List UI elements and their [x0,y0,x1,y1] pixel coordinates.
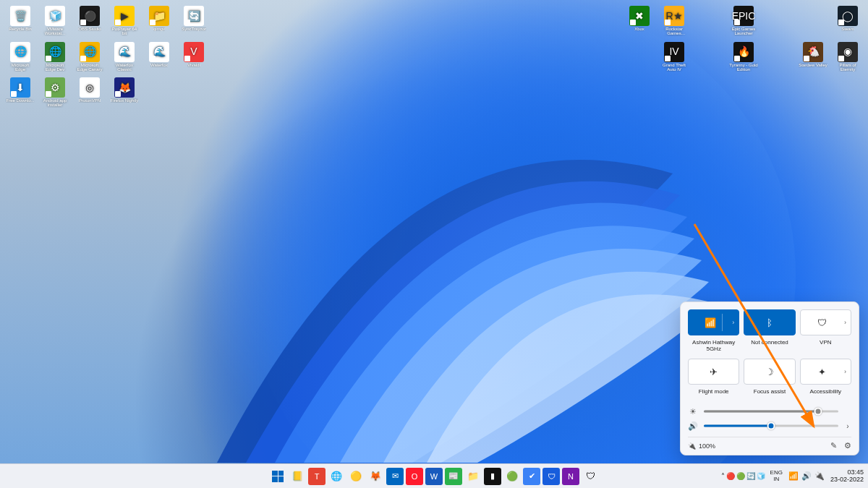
desktop-icon[interactable]: ◯Steam [833,6,862,36]
taskbar-item-start[interactable] [269,468,286,485]
taskbar-item-feedly[interactable]: 📰 [445,468,462,485]
desktop-icon[interactable]: 🌊Waterfox Classic [110,42,139,72]
desktop-icon[interactable]: 🔥Tyranny - Gold Edition [729,42,758,72]
desktop-icon[interactable]: ⚙Android app installer [41,77,69,108]
icon-label: Vivaldi [187,63,200,67]
icon-label: Xbox [634,27,644,31]
desktop-icon[interactable]: 🦊Firefox Nightly [110,77,139,108]
qs-tile-focus-assist[interactable]: ☽ [744,359,795,385]
taskbar-item-opera[interactable]: O [406,468,423,485]
taskbar-item-firefox[interactable]: 🦊 [367,468,384,485]
qs-label: VPN [800,340,851,353]
qs-label: Ashwin Hathway 5GHz [688,340,739,353]
app-icon: ◯ [838,6,858,26]
desktop-icon[interactable]: ⚫OBS Studio [75,6,104,36]
taskbar-item-notepad[interactable]: 📒 [289,468,306,485]
taskbar-item-explorer[interactable]: 📁 [464,468,482,485]
taskbar-item-mail[interactable]: ✉ [386,468,404,485]
desktop-icon[interactable]: 🔄SyncTrayzor [179,6,208,36]
brightness-slider-row: ☀ › [688,406,851,416]
qs-label: Accessibility [800,389,851,401]
taskbar-item-todo[interactable]: ✔ [523,468,540,485]
volume-icon: 🔊 [688,421,698,431]
icon-label: SyncTrayzor [182,27,205,31]
qs-tile-bluetooth[interactable]: ᛒ [744,309,795,335]
chevron-right-icon[interactable]: › [844,319,846,326]
accessibility-icon: ✦ [818,367,826,377]
tray-volume-icon[interactable]: 🔊 [801,471,812,480]
taskbar-item-cmd[interactable]: ▮ [484,468,501,485]
desktop-icon[interactable]: 🌐Microsoft Edge Canary [75,42,104,72]
icon-label: Epic Games Launcher [729,27,758,36]
app-icon: 🌊 [149,42,169,62]
tray-red-icon[interactable]: 🔴 [726,472,735,480]
icon-label: Waterfox [150,63,168,67]
icon-label: Waterfox Classic [110,63,139,72]
qs-tile-wifi[interactable]: 📶› [688,309,739,335]
app-icon: ▶ [114,6,135,26]
app-icon: ⚫ [80,6,100,26]
app-icon: ⬇ [10,77,30,98]
desktop-icon[interactable]: VVivaldi [179,42,208,72]
battery-icon: 🔌 [688,442,696,450]
taskbar-item-chrome[interactable]: 🟡 [347,468,365,485]
settings-icon[interactable]: ⚙ [844,441,851,450]
chevron-right-icon[interactable]: › [844,368,846,375]
tray-up-icon[interactable]: ˄ [721,472,725,480]
taskbar-item-onenote[interactable]: N [562,468,579,485]
desktop-icon[interactable]: ◎ProtonVPN [75,77,104,108]
desktop-icon[interactable]: ✖Xbox [625,6,654,36]
icon-label: ProtonVPN [79,98,101,103]
wifi-icon: 📶 [705,317,716,328]
icon-label: qimgv [153,27,165,31]
taskbar-item-whatsapp[interactable]: 🟢 [503,468,521,485]
volume-slider[interactable] [704,421,838,431]
taskbar-item-word[interactable]: W [425,468,443,485]
qs-tile-flight-mode[interactable]: ✈ [688,359,739,385]
qs-tile-accessibility[interactable]: ✦› [800,359,851,385]
icon-label: PotPlayer 64 bit [110,27,139,36]
desktop[interactable]: 🗑️Recycle Bin🧊VMware Workstat...⚫OBS Stu… [0,0,868,488]
desktop-icon[interactable]: IVGrand Theft Auto IV [660,42,689,72]
desktop-icon[interactable]: ⬇Free Downlo... [6,77,35,108]
tray-battery-icon[interactable]: 🔌 [814,471,825,480]
icon-label: Microsoft Edge Canary [75,63,104,72]
app-icon: R★ [664,6,684,26]
volume-expand-icon[interactable]: › [844,422,851,430]
app-icon: ◉ [838,42,858,62]
battery-text: 100% [699,442,715,450]
language-indicator[interactable]: ENG IN [770,470,783,483]
chevron-right-icon[interactable]: › [732,319,734,326]
lang-bot: IN [770,476,783,483]
icon-label: Microsoft Edge [6,63,35,72]
desktop-icon[interactable]: 🌐Microsoft Edge Dev [41,42,69,72]
desktop-icon[interactable]: 🐔Stardew Valley [799,42,827,72]
tray-drive-icon[interactable]: 🧊 [757,472,765,480]
desktop-icon[interactable]: 📁qimgv [145,6,174,36]
battery-status[interactable]: 🔌 100% [688,442,715,450]
desktop-icon[interactable]: ◉Pillars of Eternity [833,42,862,72]
quick-settings-panel: 📶›ᛒ🛡› Ashwin Hathway 5GHzNot connectedVP… [680,301,859,455]
desktop-icon[interactable]: ▶PotPlayer 64 bit [110,6,139,36]
desktop-icon[interactable]: EPICEpic Games Launcher [729,6,758,36]
tray-wifi-icon[interactable]: 📶 [788,471,799,480]
taskbar-item-bitwarden[interactable]: 🛡 [542,468,560,485]
app-icon: EPIC [733,6,754,26]
taskbar-item-edge[interactable]: 🌐 [328,468,345,485]
clock[interactable]: 03:45 23-02-2022 [830,469,864,484]
desktop-icon[interactable]: 🌊Waterfox [145,42,174,72]
desktop-icon[interactable]: 🌐Microsoft Edge [6,42,35,72]
brightness-icon: ☀ [688,407,698,416]
brightness-slider[interactable] [704,406,838,416]
qs-label: Flight mode [688,389,739,401]
tray-grn-icon[interactable]: 🟢 [736,472,745,480]
icon-label: Pillars of Eternity [833,63,862,72]
taskbar-item-todoist[interactable]: T [308,468,326,485]
taskbar-item-security[interactable]: 🛡 [582,468,599,485]
desktop-icon[interactable]: R★Rockstar Games Launcher [660,6,689,36]
desktop-icon[interactable]: 🗑️Recycle Bin [6,6,35,36]
qs-tile-vpn[interactable]: 🛡› [800,309,851,335]
desktop-icon[interactable]: 🧊VMware Workstat... [41,6,69,36]
edit-quick-settings-icon[interactable]: ✎ [830,441,837,450]
tray-sync-icon[interactable]: 🔄 [746,472,755,480]
